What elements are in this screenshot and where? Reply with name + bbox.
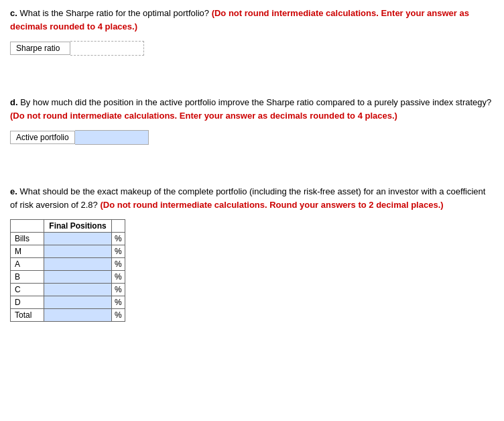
row-label-bills: Bills: [11, 233, 44, 245]
row-input-cell-b: [44, 271, 112, 284]
row-input-bills[interactable]: [44, 233, 111, 245]
row-pct-c: %: [112, 284, 125, 296]
row-pct-b: %: [112, 271, 125, 284]
table-col-pct: [112, 220, 125, 233]
table-row: B%: [11, 271, 125, 284]
row-input-m[interactable]: [44, 245, 111, 257]
row-label-c: C: [11, 284, 44, 296]
row-input-cell-bills: [44, 233, 112, 245]
table-row: Bills%: [11, 233, 125, 245]
spacer-2: [10, 158, 494, 185]
section-e: e. What should be the exact makeup of th…: [10, 185, 494, 322]
row-pct-m: %: [112, 245, 125, 258]
table-col-label: [11, 220, 44, 233]
row-pct-total: %: [112, 309, 125, 322]
row-label-total: Total: [11, 309, 44, 322]
table-row: C%: [11, 284, 125, 296]
active-portfolio-input[interactable]: [75, 130, 149, 145]
section-c: c. What is the Sharpe ratio for the opti…: [10, 7, 494, 56]
row-input-cell-d: [44, 296, 112, 309]
question-d-main: By how much did the position in the acti…: [20, 97, 491, 107]
row-input-b[interactable]: [44, 271, 111, 283]
table-row: D%: [11, 296, 125, 309]
row-input-cell-m: [44, 245, 112, 258]
row-label-d: D: [11, 296, 44, 309]
positions-table: Final Positions Bills%M%A%B%C%D%Total%: [10, 219, 125, 322]
question-d-text: d. By how much did the position in the a…: [10, 96, 494, 122]
row-input-total[interactable]: [44, 309, 111, 321]
table-row: A%: [11, 258, 125, 271]
row-input-cell-a: [44, 258, 112, 271]
question-d-letter: d.: [10, 97, 18, 107]
question-c-letter: c.: [10, 8, 17, 18]
row-pct-a: %: [112, 258, 125, 271]
row-label-m: M: [11, 245, 44, 258]
question-e-text: e. What should be the exact makeup of th…: [10, 185, 494, 211]
row-label-a: A: [11, 258, 44, 271]
table-col-header: Final Positions: [44, 220, 112, 233]
spacer-1: [10, 69, 494, 96]
question-d-bold: (Do not round intermediate calculations.…: [10, 111, 397, 121]
row-input-d[interactable]: [44, 296, 111, 308]
question-e-letter: e.: [10, 186, 17, 196]
row-input-c[interactable]: [44, 284, 111, 296]
row-pct-bills: %: [112, 233, 125, 245]
row-input-cell-c: [44, 284, 112, 296]
section-d: d. By how much did the position in the a…: [10, 96, 494, 145]
row-pct-d: %: [112, 296, 125, 309]
sharpe-ratio-label: Sharpe ratio: [10, 42, 70, 55]
row-label-b: B: [11, 271, 44, 284]
table-row: Total%: [11, 309, 125, 322]
active-portfolio-input-row: Active portfolio: [10, 130, 494, 145]
sharpe-ratio-input-row: Sharpe ratio: [10, 41, 494, 56]
table-row: M%: [11, 245, 125, 258]
active-portfolio-label: Active portfolio: [10, 131, 75, 144]
question-c-main: What is the Sharpe ratio for the optimal…: [19, 8, 209, 18]
sharpe-ratio-input[interactable]: [70, 41, 144, 56]
row-input-cell-total: [44, 309, 112, 322]
question-c-text: c. What is the Sharpe ratio for the opti…: [10, 7, 494, 33]
row-input-a[interactable]: [44, 258, 111, 270]
question-e-bold: (Do not round intermediate calculations.…: [100, 200, 443, 210]
